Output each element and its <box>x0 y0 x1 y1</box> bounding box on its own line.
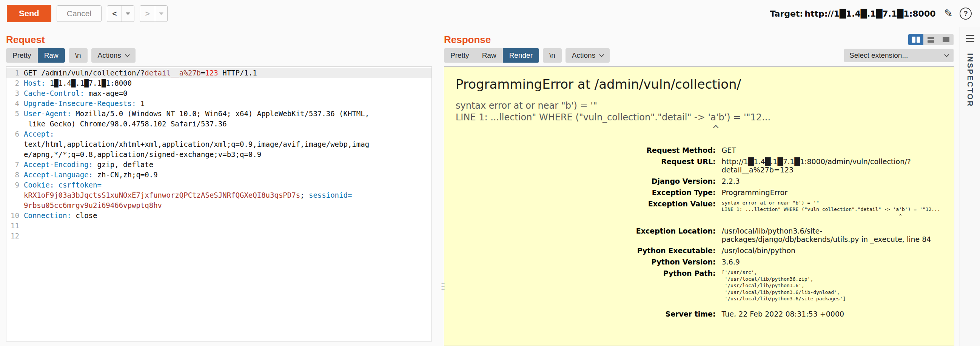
code-segment: HTTP/1.1 <box>218 69 257 77</box>
repeater-toolbar: Send Cancel < > Target:http://1█1.4█.1█7… <box>0 0 980 27</box>
meta-row-python-executable: Python Executable:/usr/local/bin/python <box>456 245 943 256</box>
meta-row-request-method: Request Method:GET <box>456 144 943 156</box>
code-segment: csrftoken= <box>59 181 102 189</box>
chevron-down-icon <box>944 52 949 57</box>
line-number <box>6 139 24 149</box>
request-line[interactable]: 11 <box>6 221 431 231</box>
request-tab-newline[interactable]: \n <box>69 48 88 63</box>
edit-target-pencil-icon[interactable]: ✎ <box>944 8 953 19</box>
line-content: text/html,application/xhtml+xml,applicat… <box>24 139 369 149</box>
response-tab-group: PrettyRawRender <box>444 48 539 63</box>
response-tab-pretty[interactable]: Pretty <box>444 48 476 63</box>
line-content: Accept-Encoding: gzip, deflate <box>24 160 153 170</box>
request-panel: Request PrettyRaw\nActions 1GET /admin/v… <box>0 27 437 346</box>
request-line[interactable]: 6Accept: <box>6 129 431 139</box>
line-number: 11 <box>6 221 24 231</box>
code-segment: 123 <box>205 69 218 77</box>
request-line[interactable]: kRX1oF9j03a3bJqctsS1xuNOxE7jxfunworzQPCt… <box>6 190 431 200</box>
request-line[interactable]: 8Accept-Language: zh-CN,zh;q=0.9 <box>6 170 431 180</box>
inspector-menu-icon[interactable] <box>966 33 974 42</box>
meta-value: ['/usr/src', '/usr/local/lib/python36.zi… <box>719 268 943 308</box>
response-tab-newline[interactable]: \n <box>543 48 562 63</box>
line-number: 3 <box>6 88 24 98</box>
code-segment: 1 <box>136 99 145 108</box>
inspector-label: INSPECTOR <box>966 53 974 107</box>
line-number: 2 <box>6 78 24 88</box>
layout-single-button[interactable] <box>939 34 954 45</box>
meta-label: Exception Location: <box>456 225 719 245</box>
meta-value: /usr/local/bin/python <box>719 245 943 256</box>
request-line[interactable]: 1GET /admin/vuln/collection/?detail__a%2… <box>6 68 431 78</box>
meta-row-django-version: Django Version:2.2.3 <box>456 175 943 187</box>
tab-label: Actions <box>98 51 121 60</box>
request-line[interactable]: 9Cookie: csrftoken= <box>6 180 431 190</box>
line-number <box>6 200 24 211</box>
history-forward-dropdown[interactable] <box>155 6 167 22</box>
request-line[interactable]: like Gecko) Chrome/98.0.4758.102 Safari/… <box>6 119 431 129</box>
request-line[interactable]: 7Accept-Encoding: gzip, deflate <box>6 160 431 170</box>
request-line[interactable]: 3Cache-Control: max-age=0 <box>6 88 431 98</box>
request-line[interactable]: 10Connection: close <box>6 211 431 221</box>
meta-value: syntax error at or near "b') = '" LINE 1… <box>719 198 943 225</box>
response-tabbar: PrettyRawRender\nActions Select extensio… <box>444 46 959 65</box>
history-back-dropdown[interactable] <box>122 6 134 22</box>
line-number: 1 <box>6 68 24 78</box>
request-tab-actions[interactable]: Actions <box>91 48 135 63</box>
line-number <box>6 190 24 200</box>
line-number: 9 <box>6 180 24 190</box>
response-tab-render[interactable]: Render <box>503 48 539 63</box>
line-number: 4 <box>6 98 24 109</box>
request-line[interactable]: 4Upgrade-Insecure-Requests: 1 <box>6 98 431 109</box>
extension-select[interactable]: Select extension... <box>844 49 954 62</box>
line-content: e/apng,*/*;q=0.8,application/signed-exch… <box>24 149 261 160</box>
tab-label: \n <box>549 51 555 60</box>
code-segment: Accept-Language: <box>24 171 93 179</box>
request-line[interactable]: 12 <box>6 231 431 241</box>
inspector-sidebar[interactable]: INSPECTOR <box>959 27 980 346</box>
meta-value: GET <box>719 144 943 156</box>
request-tab-raw[interactable]: Raw <box>38 48 65 63</box>
request-tab-pretty[interactable]: Pretty <box>6 48 38 63</box>
rows-icon <box>928 37 934 43</box>
response-tab-group: \n <box>543 48 562 63</box>
response-tab-actions[interactable]: Actions <box>565 48 610 63</box>
meta-row-python-version: Python Version:3.6.9 <box>456 256 943 268</box>
panel-divider[interactable]: ⋮ <box>437 27 442 346</box>
layout-columns-button[interactable] <box>908 34 923 45</box>
line-content: Accept-Language: zh-CN,zh;q=0.9 <box>24 170 158 180</box>
code-segment: like Gecko) Chrome/98.0.4758.102 Safari/… <box>24 120 227 128</box>
meta-row-request-url: Request URL:http://1█1.4█.1█7.1█1:8000/a… <box>456 156 943 175</box>
line-content: Connection: close <box>24 211 97 221</box>
line-number <box>6 119 24 129</box>
extension-select-value: Select extension... <box>850 51 908 60</box>
code-segment: e/apng,*/*;q=0.8,application/signed-exch… <box>24 150 261 159</box>
code-segment: text/html,application/xhtml+xml,applicat… <box>24 140 369 148</box>
code-segment: kRX1oF9j03a3bJqctsS1xuNOxE7jxfunworzQPCt… <box>24 191 300 199</box>
code-segment: User-Agent: <box>24 110 72 118</box>
history-back-button[interactable]: < <box>107 6 122 22</box>
tab-label: Pretty <box>13 51 31 60</box>
code-segment: gzip, deflate <box>93 160 153 169</box>
code-segment: ; <box>300 191 309 199</box>
response-tab-raw[interactable]: Raw <box>476 48 503 63</box>
chevron-down-icon <box>599 52 604 57</box>
history-forward-button[interactable]: > <box>140 6 154 22</box>
request-line[interactable]: 9rbsu05cc6mrgv9u2i69466vpwptq8hv <box>6 200 431 211</box>
request-tab-group: PrettyRaw <box>6 48 65 63</box>
target-value: http://1█1.4█.1█7.1█1:8000 <box>805 9 935 19</box>
tab-label: Actions <box>572 51 595 60</box>
layout-rows-button[interactable] <box>923 34 939 45</box>
request-line[interactable]: e/apng,*/*;q=0.8,application/signed-exch… <box>6 149 431 160</box>
request-line[interactable]: text/html,application/xhtml+xml,applicat… <box>6 139 431 149</box>
help-icon[interactable]: ? <box>959 8 972 20</box>
line-content: Accept: <box>24 129 54 139</box>
meta-value: Tue, 22 Feb 2022 08:31:53 +0000 <box>719 308 943 320</box>
cancel-button[interactable]: Cancel <box>57 5 102 22</box>
request-line[interactable]: 5User-Agent: Mozilla/5.0 (Windows NT 10.… <box>6 109 431 119</box>
line-content: Cookie: csrftoken= <box>24 180 102 190</box>
meta-value: http://1█1.4█.1█7.1█1:8000/admin/vuln/co… <box>719 156 943 175</box>
divider-grip-icon[interactable]: ⋮ <box>438 282 446 290</box>
request-line[interactable]: 2Host: 1█1.4█.1█7.1█1:8000 <box>6 78 431 88</box>
request-editor[interactable]: 1GET /admin/vuln/collection/?detail__a%2… <box>6 67 432 341</box>
send-button[interactable]: Send <box>7 5 51 22</box>
